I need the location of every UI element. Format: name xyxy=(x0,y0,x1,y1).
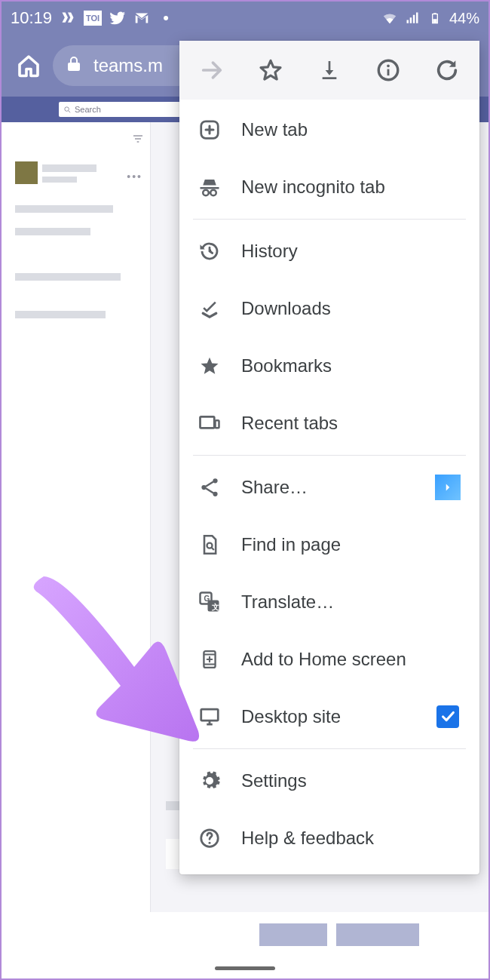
notif-twitter-icon xyxy=(109,10,126,26)
chrome-overflow-menu: New tab New incognito tab History Downlo… xyxy=(179,41,479,874)
status-time: 10:19 xyxy=(11,8,52,28)
svg-point-20 xyxy=(209,842,211,844)
incognito-icon xyxy=(198,175,222,199)
more-icon[interactable]: ••• xyxy=(127,171,142,183)
menu-item-label: New incognito tab xyxy=(241,177,461,198)
menu-item-label: Downloads xyxy=(241,298,461,319)
history-icon xyxy=(198,239,222,263)
menu-item-label: History xyxy=(241,241,461,262)
svg-text:G: G xyxy=(204,594,210,603)
share-icon xyxy=(198,475,222,499)
menu-help-feedback[interactable]: Help & feedback xyxy=(179,809,479,867)
battery-icon xyxy=(427,10,443,26)
android-nav-bar xyxy=(2,957,488,978)
find-in-page-icon xyxy=(198,533,222,557)
android-status-bar: 10:19 TOI • 44% xyxy=(2,2,488,35)
menu-history[interactable]: History xyxy=(179,223,479,280)
download-button[interactable] xyxy=(308,48,351,92)
search-icon xyxy=(63,106,72,114)
menu-settings[interactable]: Settings xyxy=(179,752,479,809)
search-placeholder: Search xyxy=(75,105,101,114)
nav-handle[interactable] xyxy=(215,966,275,970)
signal-icon xyxy=(404,10,421,26)
menu-downloads[interactable]: Downloads xyxy=(179,280,479,337)
filter-icon[interactable] xyxy=(132,133,145,146)
svg-point-6 xyxy=(210,190,216,196)
menu-item-label: Settings xyxy=(241,770,461,791)
menu-translate[interactable]: G文 Translate… xyxy=(179,573,479,631)
list-item xyxy=(42,164,96,172)
forward-button[interactable] xyxy=(190,48,234,92)
notif-toi-icon: TOI xyxy=(84,11,102,26)
battery-percent: 44% xyxy=(449,10,479,27)
menu-item-label: Desktop site xyxy=(241,706,415,727)
menu-item-label: Translate… xyxy=(241,591,461,613)
list-item xyxy=(15,273,121,281)
list-item xyxy=(15,205,113,213)
svg-point-5 xyxy=(203,190,209,196)
menu-bookmarks[interactable]: Bookmarks xyxy=(179,337,479,395)
bookmarks-icon xyxy=(198,354,222,378)
page-info-button[interactable] xyxy=(366,48,410,92)
menu-recent-tabs[interactable]: Recent tabs xyxy=(179,395,479,452)
notif-gmail-icon xyxy=(133,10,150,26)
wifi-icon xyxy=(381,10,398,26)
desktop-icon xyxy=(198,705,222,729)
svg-rect-18 xyxy=(201,709,219,720)
svg-point-2 xyxy=(387,64,390,67)
list-item xyxy=(15,311,106,318)
translate-icon: G文 xyxy=(198,590,222,614)
menu-item-label: New tab xyxy=(241,119,461,140)
list-item xyxy=(15,228,90,235)
share-app-icon xyxy=(434,474,461,501)
url-text: teams.m xyxy=(93,55,163,76)
add-to-home-icon xyxy=(198,647,222,671)
menu-item-label: Recent tabs xyxy=(241,413,461,434)
downloads-icon xyxy=(198,296,222,321)
menu-add-to-home[interactable]: Add to Home screen xyxy=(179,631,479,688)
list-item xyxy=(42,177,77,183)
bottom-app-bar xyxy=(2,912,488,957)
svg-rect-8 xyxy=(216,420,219,428)
menu-find-in-page[interactable]: Find in page xyxy=(179,516,479,573)
menu-toolbar xyxy=(179,41,479,100)
menu-item-label: Bookmarks xyxy=(241,355,461,376)
menu-item-label: Share… xyxy=(241,477,415,498)
lock-icon xyxy=(65,55,86,76)
teams-sidebar: ••• xyxy=(2,122,151,978)
reload-button[interactable] xyxy=(425,48,469,92)
settings-icon xyxy=(198,769,222,793)
svg-text:文: 文 xyxy=(211,603,219,611)
new-tab-icon xyxy=(198,118,222,142)
menu-new-tab[interactable]: New tab xyxy=(179,101,479,158)
menu-item-label: Add to Home screen xyxy=(241,649,461,670)
bookmark-button[interactable] xyxy=(249,48,292,92)
help-icon xyxy=(198,826,222,850)
menu-desktop-site[interactable]: Desktop site xyxy=(179,688,479,745)
menu-new-incognito[interactable]: New incognito tab xyxy=(179,158,479,216)
menu-share[interactable]: Share… xyxy=(179,459,479,516)
user-avatar xyxy=(15,161,38,184)
notif-more-icon: • xyxy=(158,10,174,26)
menu-item-label: Find in page xyxy=(241,534,461,555)
home-button[interactable] xyxy=(12,49,45,82)
notif-app-icon xyxy=(60,10,76,26)
svg-point-0 xyxy=(65,106,69,111)
svg-rect-3 xyxy=(387,69,390,76)
desktop-site-checkbox[interactable] xyxy=(434,703,461,730)
menu-item-label: Help & feedback xyxy=(241,828,461,849)
recent-tabs-icon xyxy=(198,411,222,435)
svg-rect-7 xyxy=(201,416,215,428)
